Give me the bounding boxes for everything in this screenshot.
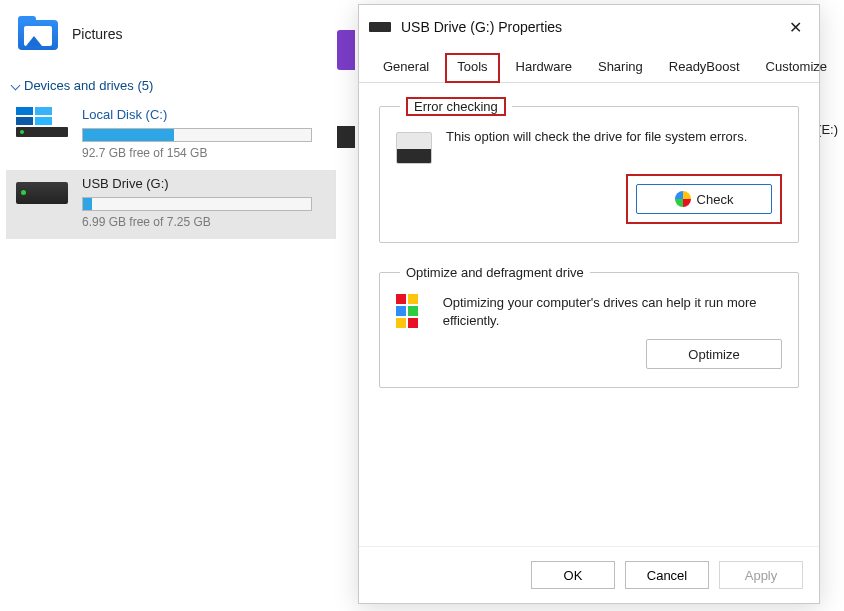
highlight-box: Check — [626, 174, 782, 224]
dialog-footer: OK Cancel Apply — [359, 546, 819, 603]
legend-text: Error checking — [406, 97, 506, 116]
drive-icon — [369, 22, 391, 32]
drive-usage-fill — [83, 198, 92, 210]
section-title: Devices and drives (5) — [24, 78, 153, 93]
drive-free-text: 92.7 GB free of 154 GB — [82, 146, 326, 160]
apply-button: Apply — [719, 561, 803, 589]
partial-folder-icon — [337, 30, 355, 70]
drive-usage-bar — [82, 128, 312, 142]
close-icon: ✕ — [789, 18, 802, 37]
drive-usage-fill — [83, 129, 174, 141]
check-button[interactable]: Check — [636, 184, 772, 214]
drive-usb-g[interactable]: USB Drive (G:) 6.99 GB free of 7.25 GB — [6, 170, 336, 239]
optimize-description: Optimizing your computer's drives can he… — [443, 294, 782, 329]
dialog-tabs: General Tools Hardware Sharing ReadyBoos… — [359, 53, 819, 83]
check-button-label: Check — [697, 192, 734, 207]
chevron-down-icon — [10, 81, 20, 91]
tab-tools[interactable]: Tools — [445, 53, 499, 83]
partial-drive-letter: (E:) — [817, 122, 838, 137]
dialog-titlebar[interactable]: USB Drive (G:) Properties ✕ — [359, 5, 819, 47]
group-optimize: Optimize and defragment drive Optimizing… — [379, 265, 799, 388]
tab-readyboost[interactable]: ReadyBoost — [659, 53, 750, 82]
pictures-folder-icon — [16, 16, 60, 52]
group-legend: Optimize and defragment drive — [400, 265, 590, 280]
properties-dialog: USB Drive (G:) Properties ✕ General Tool… — [358, 4, 820, 604]
error-check-description: This option will check the drive for fil… — [446, 128, 747, 146]
drive-name: USB Drive (G:) — [82, 176, 326, 191]
close-button[interactable]: ✕ — [781, 13, 809, 41]
folder-pictures[interactable]: Pictures — [6, 8, 340, 60]
explorer-pane: Pictures Devices and drives (5) Local Di… — [0, 0, 340, 239]
shield-icon — [675, 191, 691, 207]
group-error-checking: Error checking This option will check th… — [379, 99, 799, 243]
drive-name: Local Disk (C:) — [82, 107, 326, 122]
partial-drive-icon — [337, 126, 355, 148]
cancel-button[interactable]: Cancel — [625, 561, 709, 589]
optimize-button[interactable]: Optimize — [646, 339, 782, 369]
drive-local-c[interactable]: Local Disk (C:) 92.7 GB free of 154 GB — [6, 101, 336, 170]
section-devices-and-drives[interactable]: Devices and drives (5) — [6, 60, 340, 101]
tab-sharing[interactable]: Sharing — [588, 53, 653, 82]
local-disk-icon — [16, 107, 68, 137]
defrag-icon — [396, 294, 429, 326]
optimize-button-label: Optimize — [688, 347, 739, 362]
pictures-label: Pictures — [72, 26, 123, 42]
drive-free-text: 6.99 GB free of 7.25 GB — [82, 215, 326, 229]
tab-general[interactable]: General — [373, 53, 439, 82]
dialog-title: USB Drive (G:) Properties — [401, 19, 771, 35]
tab-hardware[interactable]: Hardware — [506, 53, 582, 82]
ok-button[interactable]: OK — [531, 561, 615, 589]
drive-usage-bar — [82, 197, 312, 211]
group-legend: Error checking — [400, 99, 512, 114]
drive-icon — [396, 132, 432, 164]
usb-drive-icon — [16, 176, 68, 206]
tab-customize[interactable]: Customize — [756, 53, 837, 82]
dialog-body: Error checking This option will check th… — [359, 83, 819, 546]
